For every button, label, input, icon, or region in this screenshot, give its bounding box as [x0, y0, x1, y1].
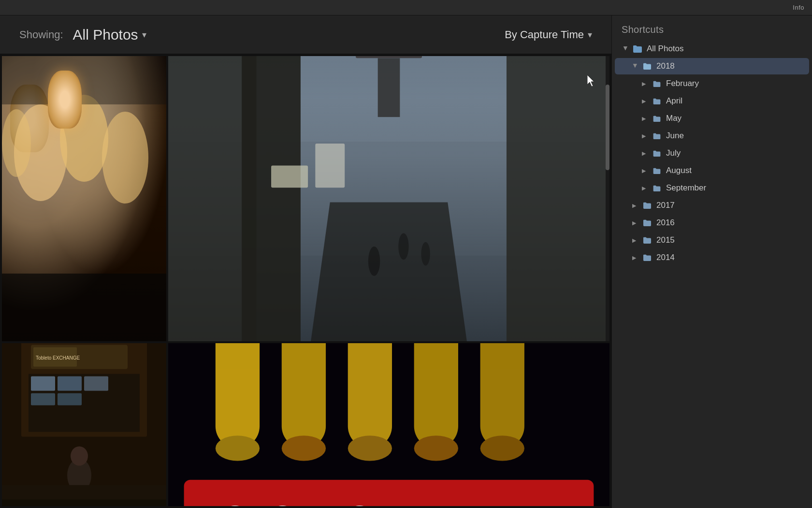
sidebar-item-may[interactable]: ▶ May — [615, 110, 809, 127]
folder-2018-icon — [642, 62, 652, 71]
sidebar-item-august[interactable]: ▶ August — [615, 162, 809, 179]
svg-rect-45 — [414, 343, 458, 448]
sort-button[interactable]: By Capture Time ▾ — [505, 29, 592, 41]
kyoto-photo-bg — [168, 56, 609, 341]
sidebar-header: Shortcuts — [612, 15, 812, 40]
sidebar-item-all-photos[interactable]: ▶ All Photos — [615, 41, 809, 57]
sidebar-item-2017[interactable]: ▶ 2017 — [615, 197, 809, 214]
sidebar-item-2016-label: 2016 — [656, 218, 801, 228]
folder-july-icon — [652, 149, 662, 158]
svg-rect-5 — [356, 56, 422, 58]
folder-allphotos-icon — [632, 44, 643, 53]
sidebar-item-label: All Photos — [647, 44, 801, 54]
folder-august-icon — [652, 166, 662, 175]
filter-button[interactable]: All Photos ▾ — [73, 27, 146, 43]
shop-svg: Tobleto EXCHANGE — [2, 343, 166, 506]
chevron-allphotos-icon: ▶ — [623, 46, 629, 52]
showing-label: Showing: — [19, 29, 63, 41]
folder-june-icon — [652, 131, 662, 140]
folder-february-icon — [652, 79, 662, 88]
svg-point-47 — [414, 435, 458, 461]
sidebar-item-june[interactable]: ▶ June — [615, 128, 809, 144]
svg-rect-41 — [348, 343, 392, 448]
svg-point-14 — [421, 242, 430, 266]
lantern-photo-bg — [2, 56, 166, 341]
sidebar-item-april-label: April — [666, 96, 801, 106]
svg-point-35 — [216, 435, 260, 461]
main-content: Showing: All Photos ▾ By Capture Time ▾ — [0, 15, 812, 508]
svg-point-50 — [480, 435, 524, 461]
sidebar-item-2017-label: 2017 — [656, 201, 801, 210]
photo-kyoto[interactable] — [168, 56, 609, 341]
svg-rect-37 — [282, 343, 326, 448]
svg-point-13 — [398, 233, 408, 260]
chevron-may-icon: ▶ — [642, 116, 648, 122]
folder-2015-icon — [642, 236, 652, 245]
scrollbar[interactable] — [606, 56, 609, 341]
top-bar: Info — [0, 0, 812, 15]
photo-shop[interactable]: Tobleto EXCHANGE — [2, 343, 166, 506]
filter-label: All Photos — [73, 27, 138, 43]
svg-text:DOTONBORI: DOTONBORI — [197, 499, 408, 506]
chevron-july-icon: ▶ — [642, 150, 648, 157]
sidebar-item-july[interactable]: ▶ July — [615, 145, 809, 161]
chevron-september-icon: ▶ — [642, 185, 648, 191]
svg-rect-10 — [507, 56, 609, 341]
chevron-2018-icon: ▶ — [632, 63, 638, 69]
chevron-2017-icon: ▶ — [632, 203, 638, 209]
photo-lanterns[interactable] — [2, 56, 166, 341]
sidebar-item-september[interactable]: ▶ September — [615, 180, 809, 196]
sidebar-item-2015[interactable]: ▶ 2015 — [615, 232, 809, 248]
svg-rect-33 — [216, 343, 260, 448]
kyoto-photo-svg — [168, 56, 609, 341]
sidebar: Shortcuts ▶ All Photos ▶ 2018 ▶ — [611, 15, 812, 508]
svg-rect-24 — [58, 377, 82, 391]
chevron-june-icon: ▶ — [642, 133, 648, 139]
sidebar-item-september-label: September — [666, 183, 801, 193]
info-label[interactable]: Info — [793, 4, 804, 11]
scrollbar-thumb — [606, 85, 609, 170]
folder-2016-icon — [642, 218, 652, 227]
svg-rect-48 — [480, 343, 524, 448]
svg-rect-16 — [315, 144, 345, 188]
folder-april-icon — [652, 97, 662, 105]
photo-grid: Tobleto EXCHANGE — [0, 54, 611, 508]
svg-rect-30 — [2, 485, 166, 500]
sidebar-item-february[interactable]: ▶ February — [615, 75, 809, 92]
svg-rect-23 — [31, 377, 55, 391]
svg-text:Tobleto EXCHANGE: Tobleto EXCHANGE — [36, 355, 80, 361]
chevron-2016-icon: ▶ — [632, 220, 638, 226]
svg-rect-26 — [31, 393, 55, 406]
svg-rect-27 — [58, 393, 82, 406]
chevron-august-icon: ▶ — [642, 168, 648, 174]
folder-2014-icon — [642, 253, 652, 262]
chevron-2015-icon: ▶ — [632, 237, 638, 244]
sidebar-item-2014[interactable]: ▶ 2014 — [615, 249, 809, 266]
photo-area: Showing: All Photos ▾ By Capture Time ▾ — [0, 15, 611, 508]
photo-dotonbori[interactable]: DOTONBORI 首 頓 堀 — [168, 343, 609, 506]
chevron-2014-icon: ▶ — [632, 255, 638, 261]
folder-september-icon — [652, 184, 662, 192]
svg-rect-31 — [2, 500, 166, 507]
svg-rect-25 — [84, 377, 108, 391]
sidebar-item-july-label: July — [666, 148, 801, 158]
svg-rect-7 — [378, 58, 400, 117]
sort-chevron-icon: ▾ — [588, 29, 592, 40]
folder-may-icon — [652, 114, 662, 123]
sidebar-item-2016[interactable]: ▶ 2016 — [615, 215, 809, 231]
svg-point-12 — [368, 247, 380, 276]
folder-2017-icon — [642, 201, 652, 210]
sidebar-item-2018[interactable]: ▶ 2018 — [615, 58, 809, 74]
sort-label: By Capture Time — [505, 29, 584, 41]
dotonbori-svg: DOTONBORI 首 頓 堀 — [168, 343, 609, 506]
chevron-april-icon: ▶ — [642, 98, 648, 104]
lantern-photo-overlay — [2, 56, 166, 341]
filter-chevron-icon: ▾ — [142, 29, 146, 40]
svg-point-39 — [282, 435, 326, 461]
shop-photo-bg: Tobleto EXCHANGE — [2, 343, 166, 506]
sidebar-item-april[interactable]: ▶ April — [615, 93, 809, 109]
sidebar-item-august-label: August — [666, 166, 801, 175]
sidebar-item-2018-label: 2018 — [656, 61, 801, 71]
svg-point-43 — [348, 435, 392, 461]
svg-point-29 — [71, 447, 88, 466]
